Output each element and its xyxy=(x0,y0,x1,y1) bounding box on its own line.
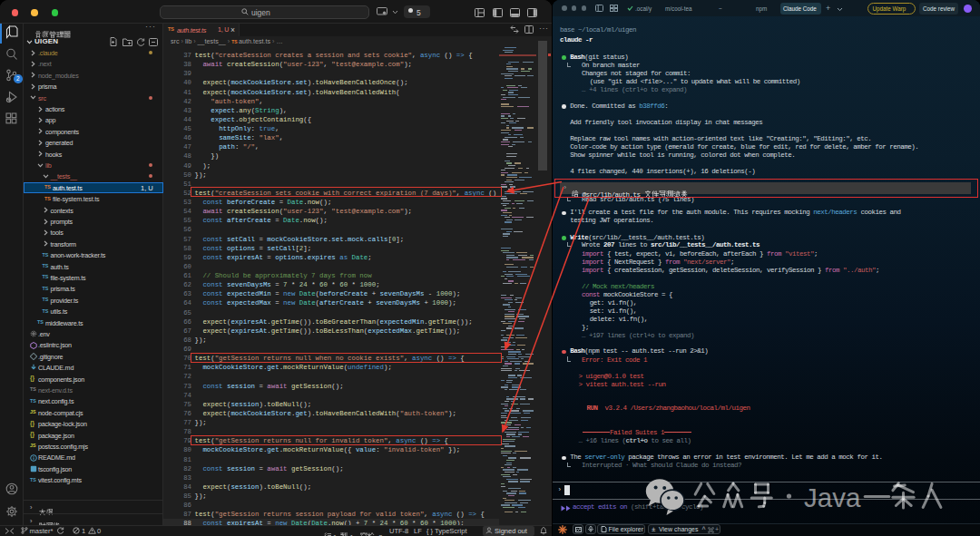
svg-text:Java: Java xyxy=(804,482,861,512)
